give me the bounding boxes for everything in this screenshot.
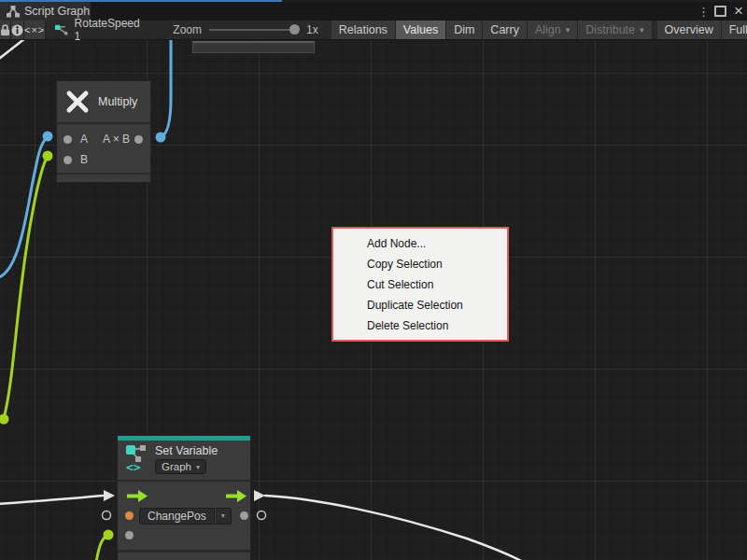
carry-button[interactable]: Carry [483, 21, 528, 39]
port-a-label: A [80, 133, 88, 146]
node-multiply[interactable]: Multiply A A × B B [56, 80, 151, 183]
maximize-icon[interactable] [714, 6, 726, 17]
flow-arrowhead-out[interactable] [254, 490, 265, 501]
lock-button[interactable] [0, 21, 11, 39]
blue-endpoint-multiply-out[interactable] [156, 133, 166, 143]
dim-button[interactable]: Dim [446, 21, 483, 39]
port-a-dot[interactable] [63, 135, 72, 144]
align-button[interactable]: Align ▾ [528, 21, 578, 39]
distribute-label: Distribute [585, 23, 635, 36]
green-endpoint-multiply-b[interactable] [43, 151, 53, 161]
zoom-slider[interactable] [209, 29, 299, 31]
breadcrumb[interactable]: RotateSpeed 1 [46, 21, 150, 39]
wire-green-bottom [96, 536, 106, 560]
chevron-down-icon: ▾ [196, 463, 200, 471]
node-title: Multiply [98, 95, 137, 108]
variable-name: ChangePos [139, 508, 215, 525]
port-out-dot[interactable] [134, 135, 143, 144]
multiply-icon [65, 90, 90, 114]
port-b-dot[interactable] [63, 156, 72, 164]
context-menu: Add Node... Copy Selection Cut Selection… [331, 227, 509, 342]
graph-icon [7, 6, 20, 18]
menu-item-cut-selection[interactable]: Cut Selection [333, 274, 507, 295]
script-graph-window: Multiply A A × B B [0, 0, 747, 560]
empty-port-right[interactable] [258, 511, 266, 520]
flow-arrowhead-in[interactable] [104, 490, 115, 501]
empty-port-left[interactable] [103, 511, 111, 520]
node-set-variable[interactable]: <> Set Variable Graph ▾ [117, 435, 251, 560]
node-footer [118, 553, 250, 560]
graph-toolbar: <×> RotateSpeed 1 Zoom 1x Relations Valu… [0, 21, 747, 40]
green-endpoint-setvar[interactable] [104, 530, 114, 540]
overview-button[interactable]: Overview [657, 21, 722, 39]
breadcrumb-label: RotateSpeed 1 [75, 17, 142, 43]
wire-white-topleft [0, 40, 25, 62]
svg-text:<>: <> [126, 460, 141, 473]
wire-green-left [4, 156, 48, 418]
window-focus-strip [0, 0, 282, 2]
chevron-down-icon: ▾ [566, 25, 571, 35]
info-button[interactable] [11, 21, 24, 39]
relations-button[interactable]: Relations [331, 21, 396, 39]
value-port-dot[interactable] [125, 511, 134, 520]
output-port-dot[interactable] [240, 511, 248, 520]
tab-label: Script Graph [24, 5, 90, 18]
blue-endpoint-multiply-a[interactable] [43, 132, 53, 142]
node-footer [57, 175, 150, 182]
close-icon[interactable]: × [734, 5, 743, 18]
node-title: Set Variable [155, 444, 218, 457]
wire-white-out [265, 496, 523, 560]
zoom-value: 1x [306, 23, 318, 36]
zoom-slider-knob[interactable] [289, 24, 300, 35]
align-label: Align [535, 23, 561, 36]
code-view-button[interactable]: <×> [24, 21, 46, 39]
variable-scope-dropdown[interactable]: Graph ▾ [155, 459, 206, 474]
variable-name-dropdown[interactable]: ChangePos ▾ [139, 508, 232, 525]
chevron-down-icon[interactable]: ▾ [215, 508, 232, 525]
zoom-label: Zoom [173, 23, 202, 36]
graph-node-icon [55, 24, 68, 36]
flow-in-arrow-icon[interactable] [127, 490, 148, 502]
menu-item-add-node[interactable]: Add Node... [333, 233, 507, 254]
flow-out-arrow-icon[interactable] [226, 490, 247, 502]
port-out-label: A × B [103, 133, 130, 146]
menu-item-duplicate-selection[interactable]: Duplicate Selection [333, 295, 507, 315]
menu-item-delete-selection[interactable]: Delete Selection [333, 315, 507, 336]
info-icon [11, 24, 23, 36]
full-screen-button[interactable]: Full Screen [722, 21, 747, 39]
fallback-port-dot[interactable] [125, 531, 134, 539]
wire-blue-out [161, 40, 171, 137]
scope-label: Graph [162, 461, 191, 472]
menu-item-copy-selection[interactable]: Copy Selection [333, 254, 507, 274]
window-menu-icon[interactable]: ⋮ [698, 5, 707, 19]
distribute-button[interactable]: Distribute ▾ [578, 21, 652, 39]
green-endpoint-left-edge[interactable] [0, 414, 9, 425]
chevron-down-icon: ▾ [640, 25, 644, 35]
values-button[interactable]: Values [396, 21, 446, 39]
lock-icon [0, 24, 10, 36]
port-b-label: B [80, 153, 88, 166]
set-variable-icon: <> [126, 444, 148, 473]
wire-white-in [0, 496, 103, 504]
